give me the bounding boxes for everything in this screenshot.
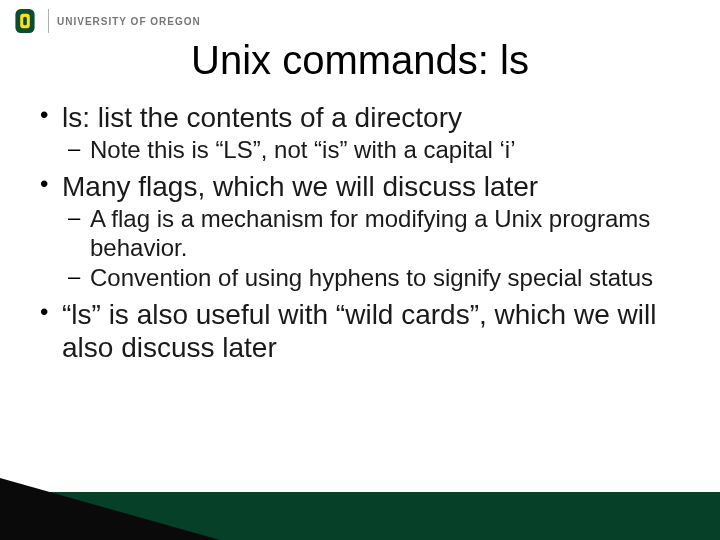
list-item: Convention of using hyphens to signify s… bbox=[62, 264, 684, 292]
bullet-text: Convention of using hyphens to signify s… bbox=[90, 264, 653, 291]
footer-wedge bbox=[0, 478, 220, 540]
list-item: A flag is a mechanism for modifying a Un… bbox=[62, 205, 684, 262]
list-item: Many flags, which we will discuss later … bbox=[36, 170, 684, 292]
bullet-text: A flag is a mechanism for modifying a Un… bbox=[90, 205, 650, 260]
oregon-logo-icon bbox=[10, 6, 40, 36]
slide-header: UNIVERSITY OF OREGON bbox=[0, 0, 720, 36]
bullet-text: “ls” is also useful with “wild cards”, w… bbox=[62, 299, 656, 363]
list-item: ls: list the contents of a directory Not… bbox=[36, 101, 684, 164]
header-divider bbox=[48, 9, 49, 33]
sub-list: A flag is a mechanism for modifying a Un… bbox=[62, 205, 684, 292]
slide-body: ls: list the contents of a directory Not… bbox=[0, 83, 720, 364]
bullet-text: ls: list the contents of a directory bbox=[62, 102, 462, 133]
bullet-text: Note this is “LS”, not “is” with a capit… bbox=[90, 136, 515, 163]
slide-footer bbox=[0, 478, 720, 540]
bullet-list: ls: list the contents of a directory Not… bbox=[36, 101, 684, 364]
bullet-text: Many flags, which we will discuss later bbox=[62, 171, 538, 202]
svg-rect-2 bbox=[23, 17, 27, 25]
university-name: UNIVERSITY OF OREGON bbox=[57, 16, 201, 27]
sub-list: Note this is “LS”, not “is” with a capit… bbox=[62, 136, 684, 164]
slide-title: Unix commands: ls bbox=[0, 38, 720, 83]
list-item: “ls” is also useful with “wild cards”, w… bbox=[36, 298, 684, 364]
slide: UNIVERSITY OF OREGON Unix commands: ls l… bbox=[0, 0, 720, 540]
list-item: Note this is “LS”, not “is” with a capit… bbox=[62, 136, 684, 164]
